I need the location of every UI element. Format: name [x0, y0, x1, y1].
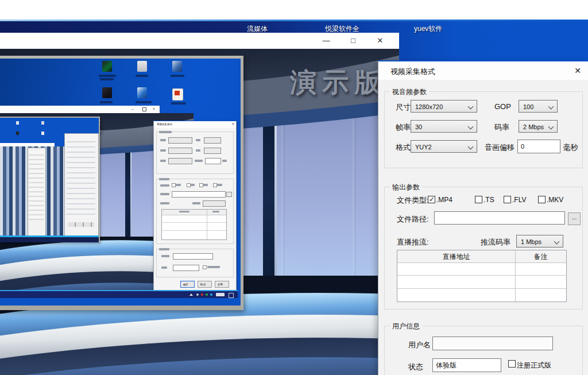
mp4-checkbox[interactable]: ✓: [428, 196, 435, 203]
nested-apply-button: 应用: [215, 281, 229, 288]
nested-desktop-icon: [172, 61, 182, 72]
stream-bitrate-select[interactable]: 1 Mbps: [516, 235, 563, 248]
column-live-address: 直播地址: [397, 252, 515, 262]
dialog-titlebar: 视频采集格式 ✕: [378, 61, 588, 80]
register-label: 注册正式版: [517, 361, 551, 370]
column-remark: 备注: [515, 252, 566, 262]
minimize-icon[interactable]: —: [315, 33, 338, 49]
chevron-down-icon: [548, 124, 554, 130]
live-stream-label: 直播推流:: [397, 237, 429, 248]
nested-ok-button: 确定: [180, 281, 195, 288]
nested-taskbar: [0, 290, 238, 298]
user-info-label: 用户信息: [390, 322, 422, 331]
show-desktop: [229, 293, 234, 298]
file-type-label: 文件类型:: [397, 195, 429, 206]
bitrate-label: 码率: [494, 122, 509, 133]
bitrate-select[interactable]: 2 Mbps: [519, 120, 558, 133]
screen-capture-preview: – × 演示版: [0, 56, 243, 310]
fps-select[interactable]: 30: [411, 120, 477, 133]
flv-label: .FLV: [512, 196, 526, 204]
chevron-down-icon: [554, 239, 560, 245]
gop-label: GOP: [494, 102, 511, 111]
top-strip: [0, 0, 588, 20]
dialog-title: 视频采集格式: [390, 67, 435, 77]
chevron-down-icon: [468, 124, 474, 130]
table-row[interactable]: [397, 262, 566, 276]
browse-button[interactable]: ...: [568, 212, 581, 225]
size-label: 尺寸: [396, 102, 411, 113]
nested-desktop-icon: [137, 87, 147, 98]
status-input[interactable]: 体验版: [432, 358, 501, 372]
gop-select[interactable]: 100: [519, 100, 558, 113]
mp4-label: .MP4: [436, 196, 452, 204]
register-checkbox[interactable]: [508, 360, 516, 368]
username-input[interactable]: [432, 337, 553, 350]
video-capture-format-dialog: 视频采集格式 ✕ 视音频参数 尺寸 1280x720 GOP 100 帧率 30…: [378, 60, 588, 375]
av-params-label: 视音频参数: [390, 87, 429, 97]
file-path-label: 文件路径:: [397, 214, 429, 225]
maximize-icon[interactable]: □: [342, 33, 365, 49]
nested-dialog-title: 视频采集格式: [157, 122, 172, 126]
chevron-down-icon: [548, 104, 554, 110]
table-row[interactable]: [397, 276, 566, 289]
nested-format-dialog: 视频采集格式 ×: [153, 121, 237, 291]
app-titlebar: — □ ✕: [0, 33, 399, 49]
app-window: — □ ✕ 演示版: [0, 33, 399, 375]
studio-scene: 演示版 –: [0, 49, 399, 375]
nested-desktop-icon: [102, 87, 112, 98]
fps-label: 帧率: [396, 122, 411, 133]
size-select[interactable]: 1280x720: [411, 100, 477, 113]
table-row[interactable]: [397, 289, 566, 301]
mkv-checkbox[interactable]: [538, 196, 546, 203]
flv-checkbox[interactable]: [504, 196, 511, 203]
close-icon[interactable]: ✕: [369, 33, 392, 49]
av-offset-unit: 毫秒: [563, 142, 578, 153]
stream-address-table: 直播地址 备注: [397, 250, 567, 302]
chevron-down-icon: [468, 104, 474, 110]
nested-cancel-button: 取消: [198, 281, 212, 288]
tray-clock: [216, 293, 225, 296]
ts-checkbox[interactable]: [475, 196, 482, 203]
output-params-label: 输出参数: [390, 183, 422, 192]
nested-desktop-icon: [137, 61, 147, 72]
nested-recursion-preview: [0, 117, 100, 242]
file-path-input[interactable]: [434, 211, 565, 225]
nested-app-titlebar: – ×: [0, 106, 160, 113]
checkmark-icon: ✓: [429, 195, 435, 203]
username-label: 用户名: [408, 340, 431, 350]
nested-desktop-icon: [102, 61, 112, 72]
chevron-down-icon: [468, 144, 474, 150]
desktop-icon-label-yuev[interactable]: yuev软件: [414, 24, 442, 34]
mkv-label: .MKV: [547, 196, 563, 204]
av-offset-label: 音画偏移: [485, 142, 514, 153]
demo-watermark: 演示版: [290, 65, 386, 100]
dialog-close-icon[interactable]: ✕: [571, 65, 584, 76]
format-label: 格式: [396, 142, 411, 153]
format-select[interactable]: YUY2: [411, 140, 477, 153]
tray-arrow-icon: [189, 293, 193, 296]
ts-label: .TS: [483, 196, 494, 204]
av-offset-input[interactable]: 0: [517, 140, 560, 153]
status-label: 状态: [408, 362, 423, 372]
stream-bitrate-label: 推流码率: [481, 237, 510, 248]
